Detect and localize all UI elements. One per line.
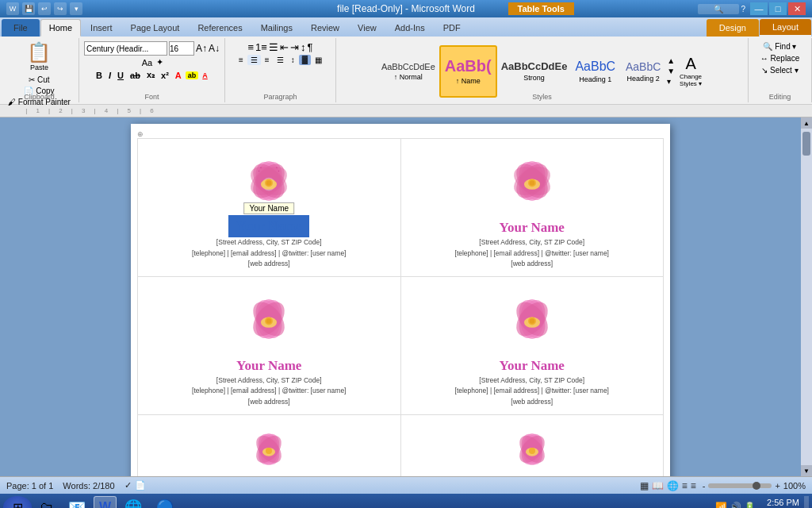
tab-home[interactable]: Home — [40, 19, 81, 37]
scroll-up-arrow[interactable]: ▲ — [801, 117, 812, 129]
increase-indent-button[interactable]: ⇥ — [290, 41, 299, 53]
view-outline[interactable]: ≡ — [682, 480, 688, 491]
scroll-thumb[interactable] — [802, 132, 810, 156]
redo-quick-icon[interactable]: ↪ — [54, 2, 67, 15]
your-name-2[interactable]: Your Name — [500, 220, 565, 236]
tab-mailings[interactable]: Mailings — [252, 19, 301, 37]
help-icon[interactable]: ? — [741, 5, 745, 13]
customize-quick-icon[interactable]: ▾ — [70, 2, 82, 15]
close-button[interactable]: ✕ — [788, 2, 806, 15]
change-styles-button[interactable]: A ChangeStyles ▾ — [675, 53, 707, 89]
card-cell-3[interactable]: Your Name [Street Address, City, ST ZIP … — [138, 276, 401, 414]
text-color-button[interactable]: A — [173, 71, 184, 80]
align-right-button[interactable]: ≡ — [262, 55, 273, 65]
view-print-layout[interactable]: ▦ — [640, 480, 649, 491]
font-size-input[interactable] — [169, 41, 194, 56]
line-spacing-button[interactable]: ↕ — [288, 55, 298, 65]
underline-button[interactable]: U — [115, 71, 126, 80]
word-icon[interactable]: W — [6, 2, 19, 15]
taskbar-ie[interactable]: 🌐 — [118, 496, 148, 508]
align-justify-button[interactable]: ☰ — [274, 55, 287, 65]
view-web-layout[interactable]: 🌐 — [667, 480, 679, 491]
align-left-button[interactable]: ≡ — [236, 55, 247, 65]
your-name-3[interactable]: Your Name — [236, 358, 301, 374]
tab-insert[interactable]: Insert — [82, 19, 121, 37]
view-full-reading[interactable]: 📖 — [652, 480, 664, 491]
spell-check-icon[interactable]: ✓ — [124, 480, 132, 491]
tab-review[interactable]: Review — [302, 19, 348, 37]
styles-scroll[interactable]: ▲ ▼ ▾ — [667, 56, 675, 86]
view-draft[interactable]: ≡ — [691, 480, 696, 491]
taskbar-explorer[interactable]: 🗂 — [33, 496, 60, 508]
style-heading2[interactable]: AaBbC Heading 2 — [619, 45, 667, 98]
vertical-scrollbar[interactable]: ▲ ▼ — [801, 117, 812, 476]
save-quick-icon[interactable]: 💾 — [22, 2, 35, 15]
tab-design[interactable]: Design — [707, 19, 759, 37]
style-normal[interactable]: AaBbCcDdEe ↑ Normal — [377, 45, 439, 98]
view-icon-print[interactable]: 📄 — [135, 480, 146, 491]
your-name-4[interactable]: Your Name — [500, 358, 565, 374]
bold-button[interactable]: B — [94, 71, 105, 80]
undo-quick-icon[interactable]: ↩ — [38, 2, 51, 15]
font-controls: B I U ab x₂ x² A ab A — [94, 70, 210, 80]
zoom-slider-thumb[interactable] — [753, 482, 760, 490]
styles-expand[interactable]: ▾ — [667, 77, 675, 86]
card-cell-6[interactable] — [400, 414, 664, 476]
tab-page-layout[interactable]: Page Layout — [122, 19, 189, 37]
replace-button[interactable]: ↔ Replace — [757, 53, 802, 64]
borders-button[interactable]: ▦ — [312, 55, 325, 65]
cut-button[interactable]: ✂ Cut — [25, 75, 52, 85]
tab-file[interactable]: File — [2, 19, 40, 37]
style-strong[interactable]: AaBbCcDdEe Strong — [497, 45, 572, 98]
sort-button[interactable]: ↕ — [301, 41, 306, 53]
clear-format-button[interactable]: ✦ — [156, 57, 163, 67]
zoom-slider[interactable] — [708, 483, 772, 488]
strikethrough-button[interactable]: ab — [128, 71, 143, 80]
subscript-button[interactable]: x₂ — [144, 70, 157, 80]
tab-layout[interactable]: Layout — [760, 19, 811, 37]
shading-button[interactable]: ▓ — [299, 55, 311, 65]
bullets-button[interactable]: ≡ — [247, 41, 254, 53]
superscript-button[interactable]: x² — [159, 71, 171, 80]
find-button[interactable]: 🔍 Find ▾ — [760, 41, 799, 52]
card-cell-1[interactable]: Your Name Your Name [Street Address, Cit… — [138, 139, 401, 277]
scroll-down-arrow[interactable]: ▼ — [801, 465, 812, 476]
card-cell-5[interactable] — [138, 414, 401, 476]
taskbar-word[interactable]: W — [94, 496, 117, 508]
zoom-in-button[interactable]: + — [775, 481, 779, 491]
decrease-indent-button[interactable]: ⇤ — [280, 41, 289, 53]
zoom-out-button[interactable]: - — [703, 481, 706, 491]
tab-references[interactable]: References — [189, 19, 251, 37]
align-center-button[interactable]: ☰ — [247, 55, 261, 65]
your-name-selected[interactable]: Your Name — [230, 217, 308, 236]
change-case-button[interactable]: Aa — [140, 58, 154, 67]
taskbar-outlook[interactable]: 📧 — [62, 496, 92, 508]
highlight-button[interactable]: ab — [186, 71, 199, 79]
show-desktop-button[interactable] — [804, 496, 809, 508]
font-grow-button[interactable]: A↑ — [196, 43, 207, 54]
font-color-button[interactable]: A — [200, 71, 210, 79]
font-name-input[interactable] — [84, 41, 167, 56]
clock[interactable]: 2:56 PM 6/13/2013 — [760, 498, 799, 508]
tab-add-ins[interactable]: Add-Ins — [386, 19, 434, 37]
show-formatting-button[interactable]: ¶ — [307, 41, 312, 53]
minimize-button[interactable]: — — [750, 2, 768, 15]
select-button[interactable]: ↘ Select ▾ — [758, 65, 801, 75]
help-search[interactable]: 🔍 — [698, 4, 739, 14]
start-button[interactable]: ⊞ — [3, 496, 32, 508]
paste-button[interactable]: 📋 Paste — [22, 41, 56, 73]
style-heading1[interactable]: AaBbC Heading 1 — [571, 45, 619, 98]
styles-scroll-down[interactable]: ▼ — [667, 67, 675, 75]
style-name[interactable]: AaBb( ↑ Name — [439, 45, 497, 98]
card-cell-2[interactable]: Your Name [Street Address, City, ST ZIP … — [400, 139, 664, 277]
maximize-button[interactable]: □ — [769, 2, 787, 15]
italic-button[interactable]: I — [106, 71, 113, 80]
styles-scroll-up[interactable]: ▲ — [667, 56, 675, 65]
numbering-button[interactable]: 1≡ — [255, 41, 267, 53]
card-cell-4[interactable]: Your Name [Street Address, City, ST ZIP … — [400, 276, 664, 414]
taskbar-chrome[interactable]: 🔵 — [150, 496, 180, 508]
font-shrink-button[interactable]: A↓ — [209, 43, 220, 54]
tab-pdf[interactable]: PDF — [435, 19, 469, 37]
tab-view[interactable]: View — [349, 19, 385, 37]
multilevel-button[interactable]: ☰ — [269, 41, 278, 53]
